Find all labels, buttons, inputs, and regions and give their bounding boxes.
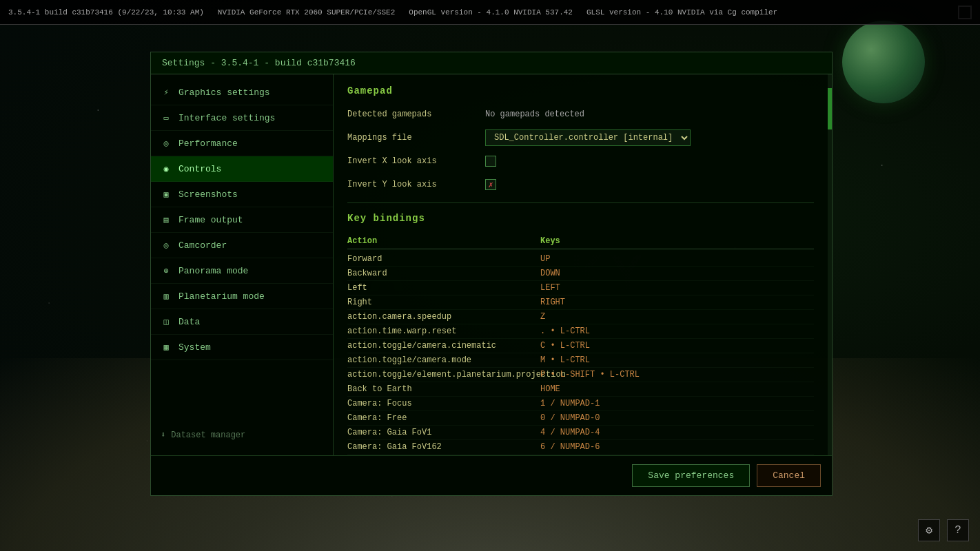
keybinding-action: action.toggle/camera.cinematic — [347, 341, 540, 351]
topbar-glsl: GLSL version - 4.10 NVIDIA via Cg compil… — [586, 8, 777, 17]
keybinding-keys: DOWN — [540, 269, 814, 278]
keybinding-row[interactable]: Camera: Focus1 / NUMPAD-1 — [347, 397, 814, 411]
topbar-gpu: NVIDIA GeForce RTX 2060 SUPER/PCIe/SSE2 — [218, 8, 395, 17]
keybinding-row[interactable]: action.toggle/element.planetarium.projec… — [347, 368, 814, 382]
sidebar-item-camcorder[interactable]: ◎ Camcorder — [151, 233, 333, 258]
keybinding-row[interactable]: Camera: Free0 / NUMPAD-0 — [347, 411, 814, 426]
keybinding-action: action.toggle/camera.mode — [347, 355, 540, 365]
keybinding-action: Camera: Gaia FoV162 — [347, 442, 540, 452]
keybinding-row[interactable]: action.toggle/camera.modeM • L-CTRL — [347, 353, 814, 368]
sidebar-item-camcorder-label: Camcorder — [178, 240, 227, 251]
keybinding-row[interactable]: Camera: Gaia FoV14 / NUMPAD-4 — [347, 426, 814, 440]
keybinding-action: action.toggle/element.planetarium.projec… — [347, 370, 540, 380]
sidebar-item-interface-label: Interface settings — [178, 113, 275, 123]
keybinding-keys: RIGHT — [540, 298, 814, 307]
dialog-body: ⚡ Graphics settings ▭ Interface settings… — [151, 74, 832, 455]
keybinding-keys: 0 / NUMPAD-0 — [540, 413, 814, 423]
section-divider — [347, 202, 814, 203]
topbar-version: 3.5.4-1 build c31b73416 (9/22/23, 10:33 … — [8, 8, 204, 17]
main-content: Gamepad Detected gamepads No gamepads de… — [334, 74, 828, 455]
sidebar-item-screenshots-label: Screenshots — [178, 189, 238, 200]
download-icon: ⬇ — [161, 430, 165, 440]
sidebar-item-planetarium-mode[interactable]: ▥ Planetarium mode — [151, 284, 333, 309]
keybinding-action: action.time.warp.reset — [347, 326, 540, 336]
gear-icon-button[interactable]: ⚙ — [918, 519, 940, 541]
screenshots-icon: ▣ — [161, 189, 172, 200]
sidebar-item-system-label: System — [178, 342, 211, 353]
sidebar-item-system[interactable]: ▦ System — [151, 335, 333, 360]
keybinding-keys: Z — [540, 312, 814, 322]
sidebar-item-panorama-mode[interactable]: ⊕ Panorama mode — [151, 258, 333, 284]
keybinding-action: Right — [347, 298, 540, 307]
performance-icon: ◎ — [161, 138, 172, 149]
panorama-icon: ⊕ — [161, 265, 172, 276]
sidebar-item-performance-label: Performance — [178, 138, 238, 149]
interface-settings-icon: ▭ — [161, 112, 172, 123]
keybinding-row[interactable]: action.time.warp.reset. • L-CTRL — [347, 324, 814, 339]
keybinding-keys: 4 / NUMPAD-4 — [540, 428, 814, 437]
keybinding-keys: C • L-CTRL — [540, 341, 814, 351]
dataset-manager-button[interactable]: ⬇ Dataset manager — [151, 420, 333, 450]
keybinding-row[interactable]: RightRIGHT — [347, 295, 814, 310]
sidebar-item-controls[interactable]: ◉ Controls — [151, 156, 333, 182]
detected-gamepads-row: Detected gamepads No gamepads detected — [347, 106, 814, 123]
sidebar-item-frame-label: Frame output — [178, 215, 243, 225]
bottom-icons: ⚙ ? — [918, 519, 969, 541]
frame-output-icon: ▤ — [161, 214, 172, 225]
keybinding-action: Backward — [347, 269, 540, 278]
keybindings-header: Action Keys — [347, 233, 814, 249]
keybinding-row[interactable]: action.camera.speedupZ — [347, 310, 814, 324]
keybinding-action: Back to Earth — [347, 384, 540, 394]
gear-icon: ⚙ — [926, 523, 932, 537]
sidebar-item-performance[interactable]: ◎ Performance — [151, 131, 333, 156]
keybinding-action: Camera: Focus — [347, 399, 540, 408]
invert-y-label: Invert Y look axis — [347, 180, 485, 189]
sidebar-item-data[interactable]: ◫ Data — [151, 309, 333, 335]
gamepad-section-title: Gamepad — [347, 85, 814, 96]
invert-y-row: Invert Y look axis — [347, 176, 814, 193]
sidebar-item-graphics-settings[interactable]: ⚡ Graphics settings — [151, 80, 333, 105]
help-icon-button[interactable]: ? — [947, 519, 969, 541]
mappings-file-select[interactable]: SDL_Controller.controller [internal] — [485, 129, 691, 146]
scroll-indicator[interactable] — [828, 74, 832, 455]
keybinding-row[interactable]: action.toggle/camera.cinematicC • L-CTRL — [347, 339, 814, 353]
col-action-header: Action — [347, 236, 540, 246]
sidebar-item-controls-label: Controls — [178, 164, 221, 174]
sidebar-item-panorama-label: Panorama mode — [178, 266, 248, 276]
keybinding-action: Forward — [347, 254, 540, 264]
keybinding-row[interactable]: LeftLEFT — [347, 281, 814, 295]
col-keys-header: Keys — [540, 236, 814, 246]
keybinding-keys: 6 / NUMPAD-6 — [540, 442, 814, 452]
dialog-footer: Save preferences Cancel — [151, 455, 832, 495]
dialog-title: Settings - 3.5.4-1 - build c31b73416 — [151, 52, 832, 74]
planet-decoration — [842, 21, 925, 103]
dataset-manager-label: Dataset manager — [171, 430, 245, 440]
invert-x-checkbox[interactable] — [485, 156, 496, 167]
mappings-file-label: Mappings file — [347, 133, 485, 143]
save-preferences-button[interactable]: Save preferences — [632, 464, 750, 487]
invert-y-checkbox[interactable] — [485, 179, 496, 190]
sidebar-item-graphics-label: Graphics settings — [178, 87, 270, 98]
keybinding-row[interactable]: BackwardDOWN — [347, 267, 814, 281]
keybinding-row[interactable]: ForwardUP — [347, 252, 814, 267]
keybindings-list: ForwardUPBackwardDOWNLeftLEFTRightRIGHTa… — [347, 252, 814, 455]
scroll-thumb — [828, 88, 832, 129]
cancel-button[interactable]: Cancel — [757, 464, 821, 487]
keybinding-keys: . • L-CTRL — [540, 326, 814, 336]
keybinding-keys: P • L-SHIFT • L-CTRL — [540, 370, 814, 380]
keybinding-row[interactable]: Back to EarthHOME — [347, 382, 814, 397]
sidebar-item-screenshots[interactable]: ▣ Screenshots — [151, 182, 333, 207]
keybinding-action: Camera: Gaia FoV1 — [347, 428, 540, 437]
keybinding-keys: LEFT — [540, 283, 814, 293]
planetarium-icon: ▥ — [161, 291, 172, 302]
data-icon: ◫ — [161, 316, 172, 327]
keybinding-keys: 1 / NUMPAD-1 — [540, 399, 814, 408]
keybinding-keys: HOME — [540, 384, 814, 394]
controls-icon: ◉ — [161, 163, 172, 174]
keybinding-row[interactable]: Camera: Gaia FoV1626 / NUMPAD-6 — [347, 440, 814, 455]
keybinding-keys: M • L-CTRL — [540, 355, 814, 365]
invert-x-row: Invert X look axis — [347, 153, 814, 169]
topbar: 3.5.4-1 build c31b73416 (9/22/23, 10:33 … — [0, 0, 980, 25]
sidebar-item-frame-output[interactable]: ▤ Frame output — [151, 207, 333, 233]
sidebar-item-interface-settings[interactable]: ▭ Interface settings — [151, 105, 333, 131]
